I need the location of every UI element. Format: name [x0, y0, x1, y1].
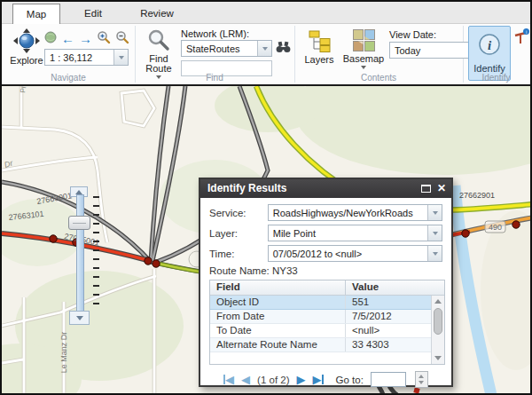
- dialog-title: Identify Results: [207, 182, 286, 198]
- layers-button[interactable]: Layers: [301, 29, 337, 65]
- goto-page-input[interactable]: [371, 372, 406, 387]
- zoom-out-icon[interactable]: [115, 30, 129, 48]
- group-label-contents: Contents: [339, 73, 419, 83]
- route-name-text: Route Name: NY33: [209, 265, 442, 276]
- layers-label: Layers: [304, 55, 333, 65]
- table-scrollbar[interactable]: [431, 296, 444, 364]
- chevron-down-icon: [361, 66, 366, 69]
- table-row[interactable]: To Date <null>: [210, 324, 444, 338]
- scrollbar-thumb[interactable]: [434, 308, 442, 335]
- street-label-pl: Pl: [19, 86, 27, 93]
- field-cell: To Date: [210, 324, 345, 337]
- chevron-down-icon: [433, 211, 438, 215]
- map-scale-combobox[interactable]: 1 : 36,112: [44, 49, 129, 66]
- layer-label: Layer:: [209, 228, 268, 239]
- next-page-button[interactable]: ▶: [297, 374, 306, 385]
- identify-route-pin-icon[interactable]: i: [514, 28, 530, 50]
- table-header-row: Field Value: [210, 280, 444, 296]
- identify-info-icon: i: [477, 32, 502, 60]
- app-window: Map Edit Review Explore: [0, 0, 532, 395]
- explore-pan-icon: [13, 28, 40, 55]
- svg-text:i: i: [526, 29, 527, 35]
- network-lrm-combobox[interactable]: StateRoutes: [181, 40, 272, 57]
- service-dropdown-button[interactable]: [427, 205, 442, 220]
- close-icon[interactable]: ✕: [437, 182, 446, 198]
- layer-value: Mile Point: [269, 225, 427, 241]
- dialog-body: Service: RoadsHighways/NewYorkRoads Laye…: [200, 198, 451, 388]
- maximize-icon[interactable]: [421, 185, 431, 193]
- group-separator: [294, 26, 295, 83]
- column-header-field[interactable]: Field: [210, 280, 345, 295]
- zoom-slider-down-button[interactable]: [69, 311, 90, 325]
- chevron-down-icon: [156, 75, 161, 79]
- network-lrm-dropdown-button[interactable]: [257, 41, 271, 56]
- back-arrow-icon[interactable]: ←: [61, 33, 74, 45]
- dialog-titlebar[interactable]: Identify Results ✕: [200, 179, 451, 198]
- zoom-in-icon[interactable]: [97, 30, 111, 48]
- network-lrm-value: StateRoutes: [182, 41, 257, 56]
- tab-map[interactable]: Map: [12, 4, 60, 24]
- basemap-button[interactable]: Basemap: [343, 29, 384, 69]
- triangle-down-icon: [76, 316, 83, 320]
- previous-page-button[interactable]: ◀: [241, 374, 250, 385]
- service-value: RoadsHighways/NewYorkRoads: [269, 205, 427, 220]
- zoom-slider-track[interactable]: [76, 194, 84, 313]
- table-row[interactable]: Alternate Route Name 33 4303: [210, 338, 444, 352]
- value-cell: 551: [345, 296, 432, 309]
- explore-label: Explore: [10, 56, 43, 66]
- forward-arrow-icon[interactable]: →: [79, 33, 92, 45]
- pagination-bar: ◀ ◀ (1 of 2) ▶ ▶ Go to:: [209, 371, 442, 388]
- time-combobox[interactable]: 07/05/2012 to <null>: [268, 245, 442, 262]
- globe-icon[interactable]: [44, 31, 57, 47]
- chevron-down-icon: [119, 56, 124, 59]
- table-empty-row: [210, 352, 444, 364]
- field-cell: Alternate Route Name: [210, 338, 345, 352]
- table-row[interactable]: From Date 7/5/2012: [210, 310, 444, 324]
- chevron-down-icon: [262, 47, 268, 51]
- identify-results-dialog: Identify Results ✕ Service: RoadsHighway…: [199, 178, 453, 387]
- view-date-value: Today: [390, 43, 470, 58]
- column-header-value[interactable]: Value: [345, 280, 432, 295]
- triangle-up-icon: [75, 190, 82, 194]
- first-page-button[interactable]: ◀: [223, 374, 234, 385]
- value-cell: 33 4303: [345, 338, 432, 352]
- scroll-up-icon[interactable]: [432, 296, 444, 306]
- last-page-button[interactable]: ▶: [313, 374, 324, 385]
- time-label: Time:: [209, 249, 268, 259]
- ribbon: Explore ← → 1 : 36,112 Navigate Find: [2, 24, 530, 86]
- zoom-slider-thumb[interactable]: [68, 216, 90, 230]
- time-value: 07/05/2012 to <null>: [269, 246, 427, 261]
- map-scale-dropdown-button[interactable]: [113, 50, 128, 65]
- basemap-label: Basemap: [343, 54, 384, 64]
- group-label-find: Find: [175, 73, 254, 83]
- tab-review[interactable]: Review: [126, 4, 188, 24]
- route-label: 27662901: [459, 191, 495, 200]
- layer-combobox[interactable]: Mile Point: [268, 225, 442, 241]
- find-route-label: Find Route: [140, 54, 177, 74]
- find-route-button[interactable]: Find Route: [140, 28, 177, 79]
- layer-dropdown-button[interactable]: [427, 225, 442, 241]
- street-label-lemanz: Le Manz Dr: [59, 332, 68, 374]
- attributes-table: Field Value Object ID 551 From Date 7/5/…: [209, 280, 445, 365]
- field-cell: From Date: [210, 310, 345, 323]
- value-cell: <null>: [345, 324, 432, 337]
- group-label-navigate: Navigate: [28, 73, 108, 83]
- scroll-down-icon[interactable]: [434, 356, 442, 360]
- service-label: Service:: [209, 208, 268, 218]
- service-combobox[interactable]: RoadsHighways/NewYorkRoads: [268, 204, 442, 221]
- chevron-down-icon: [433, 232, 438, 235]
- tab-edit[interactable]: Edit: [60, 4, 126, 24]
- goto-label: Go to:: [336, 375, 364, 385]
- time-dropdown-button[interactable]: [427, 246, 442, 261]
- binoculars-icon[interactable]: [276, 41, 291, 57]
- spinner-up-icon: [419, 375, 424, 378]
- field-cell: Object ID: [210, 296, 345, 309]
- layers-tree-icon: [308, 29, 332, 54]
- map-scale-value: 1 : 36,112: [45, 50, 113, 65]
- view-date-label: View Date:: [389, 29, 436, 40]
- group-separator: [135, 26, 136, 83]
- table-row[interactable]: Object ID 551: [210, 296, 444, 310]
- goto-spinner[interactable]: [415, 371, 428, 388]
- explore-button[interactable]: Explore: [9, 28, 44, 66]
- basemap-tiles-icon: [353, 29, 375, 53]
